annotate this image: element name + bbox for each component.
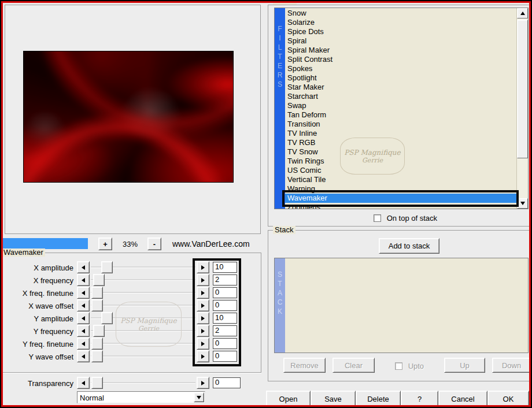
slider-value-input[interactable]: 0 [213, 287, 237, 298]
filter-item-star-maker[interactable]: Star Maker [285, 83, 516, 92]
slider-increment-button[interactable] [197, 287, 209, 299]
filter-item-zoomlens[interactable]: Zoomlens [285, 203, 516, 209]
filter-item-spokes[interactable]: Spokes [285, 64, 516, 73]
slider-track[interactable]: 2 [77, 325, 209, 337]
slider-decrement-button[interactable] [77, 299, 90, 311]
slider-thumb[interactable] [91, 350, 103, 362]
slider-track[interactable]: 10 [77, 261, 209, 273]
remove-button[interactable]: Remove [283, 358, 326, 373]
slider-track[interactable]: 0 [77, 377, 209, 389]
filter-item-snow[interactable]: Snow [285, 9, 516, 18]
slider-increment-button[interactable] [197, 337, 209, 350]
slider-row-y-frequency: Y frequency 2 [0, 325, 263, 337]
stack-list[interactable] [285, 258, 528, 353]
slider-increment-button[interactable] [197, 325, 209, 337]
arrow-left-icon [82, 342, 85, 346]
arrow-left-icon [82, 316, 85, 321]
slider-groove [91, 330, 195, 331]
down-button[interactable]: Down [492, 358, 531, 373]
slider-thumb[interactable] [101, 261, 113, 273]
open-button[interactable]: Open [266, 391, 311, 407]
clear-button[interactable]: Clear [332, 358, 375, 373]
slider-value-input[interactable]: 0 [213, 377, 241, 388]
slider-value-input[interactable]: 0 [213, 351, 237, 362]
slider-value-input[interactable]: 10 [213, 313, 237, 324]
filter-item-tv-inline[interactable]: TV Inline [285, 129, 516, 138]
add-to-stack-button[interactable]: Add to stack [379, 238, 439, 254]
filters-list[interactable]: PSP Magnifique Gerrie SnowSolarizeSpice … [285, 8, 516, 209]
slider-decrement-button[interactable] [77, 377, 90, 389]
filter-item-tan-deform[interactable]: Tan Deform [285, 110, 516, 120]
slider-increment-button[interactable] [197, 299, 209, 311]
slider-value-input[interactable]: 10 [213, 262, 237, 273]
preview-image[interactable] [23, 51, 234, 183]
vendor-url[interactable]: www.VanDerLee.com [172, 239, 250, 248]
filter-item-wavemaker[interactable]: Wavemaker [285, 194, 516, 203]
filter-item-tv-rgb[interactable]: TV RGB [285, 138, 516, 147]
slider-decrement-button[interactable] [77, 274, 90, 286]
filter-item-tv-snow[interactable]: TV Snow [285, 147, 516, 157]
zoom-in-button[interactable]: + [98, 238, 112, 250]
slider-track[interactable]: 0 [77, 287, 209, 299]
slider-increment-button[interactable] [197, 377, 209, 389]
filter-item-spotlight[interactable]: Spotlight [285, 73, 516, 83]
slider-decrement-button[interactable] [77, 337, 90, 350]
filter-item-swap[interactable]: Swap [285, 101, 516, 110]
slider-track[interactable]: 2 [77, 274, 209, 286]
slider-label: Transparency [0, 379, 73, 388]
slider-increment-button[interactable] [197, 350, 209, 362]
up-button[interactable]: Up [444, 358, 485, 373]
slider-track[interactable]: 0 [77, 299, 209, 311]
slider-thumb[interactable] [91, 337, 103, 350]
slider-increment-button[interactable] [197, 274, 209, 286]
slider-decrement-button[interactable] [77, 287, 90, 299]
slider-thumb[interactable] [91, 287, 103, 299]
slider-value-input[interactable]: 0 [213, 300, 237, 311]
blend-mode-dropdown[interactable]: Normal [77, 391, 205, 403]
scroll-down-button[interactable] [517, 198, 528, 209]
on-top-of-stack-checkbox[interactable] [374, 214, 381, 222]
slider-thumb[interactable] [91, 299, 103, 311]
slider-increment-button[interactable] [197, 261, 209, 273]
slider-thumb[interactable] [91, 377, 103, 389]
scrollbar-thumb[interactable] [517, 20, 528, 158]
slider-value-input[interactable]: 0 [213, 338, 237, 349]
save-button[interactable]: Save [311, 391, 356, 407]
slider-decrement-button[interactable] [77, 350, 90, 362]
slider-track[interactable]: 10 [77, 312, 209, 324]
filter-item-warning[interactable]: Warning [285, 184, 516, 194]
slider-thumb[interactable] [93, 274, 105, 286]
filter-item-split-contrast[interactable]: Split Contrast [285, 55, 516, 64]
ok-button[interactable]: OK [487, 391, 529, 407]
dropdown-open-button[interactable] [194, 392, 204, 402]
slider-decrement-button[interactable] [77, 312, 90, 324]
slider-thumb[interactable] [101, 312, 113, 324]
arrow-up-icon [520, 12, 525, 15]
filter-item-starchart[interactable]: Starchart [285, 92, 516, 101]
filter-item-spice-dots[interactable]: Spice Dots [285, 27, 516, 36]
slider-track[interactable]: 0 [77, 337, 209, 350]
slider-track[interactable]: 0 [77, 350, 209, 362]
filter-item-solarize[interactable]: Solarize [285, 18, 516, 27]
help-button[interactable]: ? [401, 391, 438, 407]
save-label: Save [324, 395, 342, 403]
slider-value-input[interactable]: 2 [213, 325, 237, 336]
filter-item-spiral[interactable]: Spiral [285, 36, 516, 46]
scroll-up-button[interactable] [517, 8, 528, 18]
filter-item-twin-rings[interactable]: Twin Rings [285, 157, 516, 166]
slider-decrement-button[interactable] [77, 261, 90, 273]
slider-decrement-button[interactable] [77, 325, 90, 337]
filter-item-transition[interactable]: Transition [285, 120, 516, 129]
filter-item-spiral-maker[interactable]: Spiral Maker [285, 46, 516, 55]
zoom-out-button[interactable]: - [147, 238, 161, 250]
filter-item-us-comic[interactable]: US Comic [285, 166, 516, 175]
filters-scrollbar[interactable] [516, 8, 528, 209]
delete-button[interactable]: Delete [356, 391, 401, 407]
upto-checkbox[interactable] [395, 362, 402, 370]
slider-increment-button[interactable] [197, 312, 209, 324]
cancel-button[interactable]: Cancel [438, 391, 487, 407]
filter-item-vertical-tile[interactable]: Vertical Tile [285, 175, 516, 184]
slider-value-input[interactable]: 2 [213, 275, 237, 285]
slider-thumb[interactable] [93, 325, 105, 337]
slider-groove [91, 382, 195, 383]
